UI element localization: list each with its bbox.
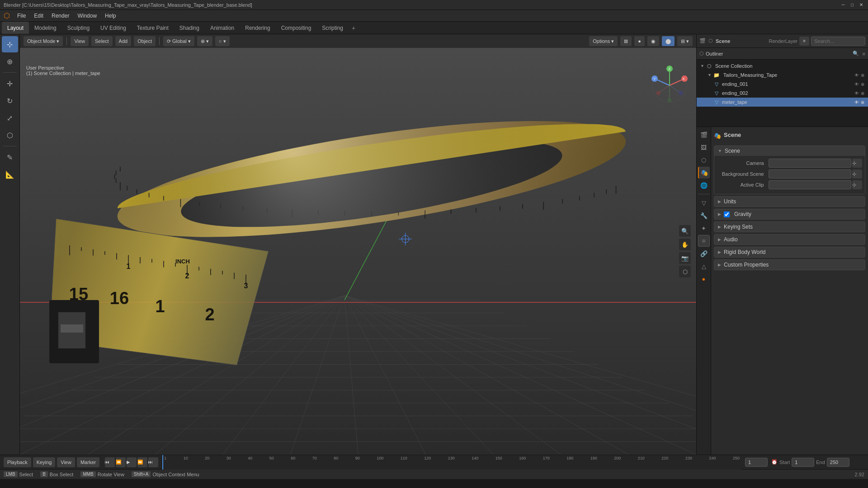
modifier-props-icon[interactable]: 🔧 xyxy=(698,210,710,221)
viewport-canvas[interactable]: User Perspective (1) Scene Collection | … xyxy=(20,48,696,455)
snap-button[interactable]: ⊕ ▾ xyxy=(197,36,212,46)
move-tool-button[interactable]: ✛ xyxy=(2,75,18,92)
close-button[interactable]: ✕ xyxy=(858,2,864,8)
menu-help[interactable]: Help xyxy=(101,12,120,20)
active-clip-input[interactable] xyxy=(769,180,851,189)
zoom-in-icon[interactable]: 🔍 xyxy=(679,225,691,237)
viewport-shading-wire[interactable]: ⊠ xyxy=(620,36,632,46)
prev-frame-button[interactable]: ⏪ xyxy=(116,457,126,467)
vis-eye[interactable]: 👁 xyxy=(854,73,859,78)
active-clip-picker[interactable]: ⊹ xyxy=(852,180,862,189)
view-all-button[interactable]: ≡ xyxy=(799,37,809,46)
transform-orientation[interactable]: ⟳ Global ▾ xyxy=(163,36,194,46)
particles-props-icon[interactable]: ✦ xyxy=(698,222,710,234)
marker-button[interactable]: Marker xyxy=(77,457,99,467)
tab-shading[interactable]: Shading xyxy=(174,22,205,34)
current-frame-input[interactable] xyxy=(745,458,768,467)
tab-compositing[interactable]: Compositing xyxy=(276,22,317,34)
view-menu[interactable]: View xyxy=(71,36,89,46)
output-props-icon[interactable]: 🖼 xyxy=(698,141,710,153)
background-scene-value[interactable]: ⊹ xyxy=(769,169,862,178)
tab-uv-editing[interactable]: UV Editing xyxy=(95,22,132,34)
annotate-tool-button[interactable]: ✎ xyxy=(2,149,18,165)
end-frame-input[interactable] xyxy=(827,458,849,467)
viewport-gizmo[interactable]: X Y Z xyxy=(649,65,690,106)
custom-properties-header[interactable]: ▶ Custom Properties xyxy=(714,260,865,270)
background-scene-picker[interactable]: ⊹ xyxy=(852,169,862,178)
play-button[interactable]: ▶ xyxy=(127,457,137,467)
toggle-overlays[interactable]: ⊞ ▾ xyxy=(677,36,693,46)
keying-sets-header[interactable]: ▶ Keying Sets xyxy=(714,222,865,232)
tab-layout[interactable]: Layout xyxy=(2,22,29,34)
rigid-body-world-header[interactable]: ▶ Rigid Body World xyxy=(714,247,865,257)
mode-selector[interactable]: Object Mode ▾ xyxy=(24,36,63,46)
outliner-item-meter-tape[interactable]: ▽ meter_tape 👁 ⊕ xyxy=(697,98,868,107)
tab-rendering[interactable]: Rendering xyxy=(240,22,275,34)
vis-cursor-1[interactable]: ⊕ xyxy=(861,82,864,87)
add-menu[interactable]: Add xyxy=(115,36,132,46)
world-props-icon[interactable]: 🌐 xyxy=(698,179,710,191)
tab-texture-paint[interactable]: Texture Paint xyxy=(132,22,174,34)
select-menu[interactable]: Select xyxy=(91,36,113,46)
jump-end-button[interactable]: ⏭ xyxy=(148,457,158,467)
menu-render[interactable]: Render xyxy=(48,12,73,20)
vis-cursor-2[interactable]: ⊕ xyxy=(861,91,864,96)
scale-tool-button[interactable]: ⤢ xyxy=(2,110,18,126)
maximize-button[interactable]: □ xyxy=(849,2,855,8)
camera-value[interactable]: ⊹ xyxy=(769,159,862,168)
viewport-shading-material[interactable]: ◉ xyxy=(647,36,659,46)
render-props-icon[interactable]: 🎬 xyxy=(698,129,710,141)
vis-cursor-3[interactable]: ⊕ xyxy=(861,100,864,105)
tab-modeling[interactable]: Modeling xyxy=(29,22,62,34)
select-tool-button[interactable]: ⊹ xyxy=(2,36,18,52)
pan-icon[interactable]: ✋ xyxy=(679,239,691,250)
tab-sculpting[interactable]: Sculpting xyxy=(62,22,95,34)
menu-edit[interactable]: Edit xyxy=(30,12,47,20)
measure-tool-button[interactable]: 📐 xyxy=(2,166,18,183)
search-input[interactable] xyxy=(811,37,865,46)
camera-input[interactable] xyxy=(769,159,851,168)
outliner-item-ending-002[interactable]: ▽ ending_002 👁 ⊕ xyxy=(697,89,868,98)
view-button[interactable]: View xyxy=(57,457,75,467)
active-clip-value[interactable]: ⊹ xyxy=(769,180,862,189)
viewport-shading-rendered[interactable]: ⬤ xyxy=(662,36,675,46)
minimize-button[interactable]: ─ xyxy=(840,2,846,8)
tab-scripting[interactable]: Scripting xyxy=(316,22,349,34)
outliner-item-collection[interactable]: ▼ 📁 Tailors_Measuring_Tape 👁 ⊕ xyxy=(697,70,868,80)
playback-button[interactable]: Playback xyxy=(4,457,31,467)
units-section-header[interactable]: ▶ Units xyxy=(714,197,865,206)
menu-file[interactable]: File xyxy=(14,12,29,20)
next-frame-button[interactable]: ⏩ xyxy=(137,457,147,467)
options-button[interactable]: Options ▾ xyxy=(589,36,618,46)
view-layers-icon[interactable]: ⬡ xyxy=(679,266,691,277)
jump-start-button[interactable]: ⏮ xyxy=(105,457,115,467)
background-scene-input[interactable] xyxy=(769,169,851,178)
rotate-tool-button[interactable]: ↻ xyxy=(2,93,18,109)
scene-props-icon[interactable]: 🎭 xyxy=(698,167,710,178)
camera-picker[interactable]: ⊹ xyxy=(852,159,862,168)
vis-eye-1[interactable]: 👁 xyxy=(854,82,859,87)
vis-cursor[interactable]: ⊕ xyxy=(861,73,864,78)
camera-view-icon[interactable]: 📷 xyxy=(679,252,691,264)
constraints-props-icon[interactable]: 🔗 xyxy=(698,248,710,259)
material-props-icon[interactable]: ● xyxy=(698,273,710,285)
object-menu[interactable]: Object xyxy=(134,36,156,46)
timeline-track[interactable]: 1 10 20 30 40 50 60 70 80 90 100 110 120… xyxy=(162,455,741,469)
gravity-checkbox[interactable] xyxy=(724,211,730,217)
vis-eye-3[interactable]: 👁 xyxy=(854,100,859,105)
cursor-tool-button[interactable]: ⊕ xyxy=(2,53,18,70)
window-controls[interactable]: ─ □ ✕ xyxy=(840,2,864,8)
start-frame-input[interactable] xyxy=(792,458,814,467)
outliner-filter-icon[interactable]: 🔍 xyxy=(853,51,859,56)
outliner-item-ending-001[interactable]: ▽ ending_001 👁 ⊕ xyxy=(697,80,868,89)
keying-button[interactable]: Keying xyxy=(33,457,56,467)
add-workspace-button[interactable]: + xyxy=(349,23,359,33)
outliner-options-icon[interactable]: ≡ xyxy=(863,51,865,56)
viewport[interactable]: Object Mode ▾ View Select Add Object ⟳ G… xyxy=(20,34,696,455)
physics-props-icon[interactable]: ⚛ xyxy=(698,235,710,247)
view-layer-props-icon[interactable]: ⬡ xyxy=(698,154,710,166)
scene-section-header[interactable]: ▼ Scene xyxy=(714,146,865,156)
menu-window[interactable]: Window xyxy=(74,12,100,20)
data-props-icon[interactable]: △ xyxy=(698,260,710,272)
outliner-scene-collection[interactable]: ▼ ⬡ Scene Collection xyxy=(697,61,868,70)
